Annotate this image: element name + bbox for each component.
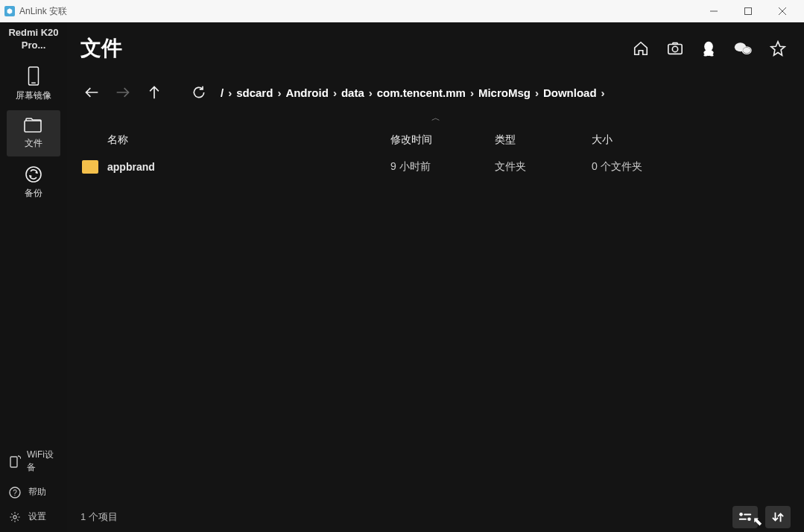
svg-point-25: [747, 517, 751, 521]
nav-forward-button[interactable]: [110, 80, 136, 105]
column-header-size[interactable]: 大小: [592, 133, 797, 147]
wechat-icon[interactable]: [734, 41, 752, 56]
chevron-right-icon: ›: [277, 86, 281, 99]
breadcrumb-item[interactable]: Android: [285, 86, 329, 99]
wifi-device-icon: [9, 455, 21, 468]
svg-point-22: [739, 513, 743, 516]
sidebar-item-files[interactable]: 文件: [7, 110, 60, 156]
sidebar-footer-label: WiFi设备: [27, 449, 58, 474]
transfer-button[interactable]: [765, 506, 791, 528]
svg-point-13: [672, 46, 677, 51]
sidebar-item-backup[interactable]: 备份: [7, 159, 60, 206]
chevron-right-icon: ›: [470, 86, 474, 99]
breadcrumb-item[interactable]: MicroMsg: [478, 86, 531, 99]
camera-icon[interactable]: [667, 41, 683, 56]
chevron-right-icon: ›: [369, 86, 373, 99]
svg-rect-1: [745, 8, 752, 15]
app-icon: ⬢: [4, 6, 15, 16]
sidebar-footer-label: 设置: [28, 510, 46, 523]
collapse-indicator-icon[interactable]: ︿: [67, 110, 804, 126]
svg-rect-4: [29, 67, 39, 85]
svg-point-16: [703, 54, 707, 57]
device-label: Redmi K20 Pro...: [0, 22, 67, 58]
column-header-modified[interactable]: 修改时间: [390, 133, 495, 147]
sidebar-help[interactable]: ? 帮助: [0, 480, 67, 504]
close-button[interactable]: [765, 0, 800, 22]
svg-rect-23: [744, 513, 751, 515]
sidebar-settings[interactable]: 设置: [0, 504, 67, 529]
chevron-right-icon: ›: [535, 86, 539, 99]
sidebar-wifi-devices[interactable]: WiFi设备: [0, 443, 67, 480]
row-modified: 9 小时前: [390, 160, 495, 174]
table-row[interactable]: appbrand 9 小时前 文件夹 0 个文件夹: [67, 154, 804, 180]
sync-icon: [25, 165, 42, 183]
svg-rect-6: [25, 121, 41, 132]
sidebar-item-mirror[interactable]: 屏幕镜像: [7, 61, 60, 107]
sidebar: Redmi K20 Pro... 屏幕镜像 文件 备份: [0, 22, 67, 532]
minimize-button[interactable]: [697, 0, 731, 22]
chevron-right-icon: ›: [601, 86, 605, 99]
nav-refresh-button[interactable]: [186, 80, 212, 105]
sidebar-item-label: 备份: [25, 187, 42, 200]
window-buttons: [697, 0, 800, 22]
chevron-right-icon: ›: [333, 86, 337, 99]
sidebar-footer-label: 帮助: [28, 486, 46, 498]
star-icon[interactable]: [770, 40, 786, 57]
breadcrumb-item[interactable]: sdcard: [236, 86, 273, 99]
column-header-type[interactable]: 类型: [495, 133, 592, 147]
maximize-button[interactable]: [731, 0, 765, 22]
app-title: AnLink 安联: [19, 5, 697, 18]
svg-point-11: [13, 515, 16, 518]
breadcrumb-root[interactable]: /: [221, 86, 224, 99]
home-icon[interactable]: [633, 40, 649, 57]
row-type: 文件夹: [495, 160, 592, 174]
svg-point-21: [743, 48, 750, 54]
nav-back-button[interactable]: [79, 80, 104, 105]
nav-up-button[interactable]: [142, 80, 167, 105]
svg-rect-8: [10, 457, 17, 467]
sidebar-item-label: 文件: [25, 137, 42, 150]
file-list: ︿ 名称 修改时间 类型 大小 appbrand 9 小时前 文件夹 0 个文件…: [67, 110, 804, 502]
breadcrumb-item[interactable]: com.tencent.mm: [377, 86, 466, 99]
svg-point-17: [710, 54, 714, 57]
phone-icon: [25, 66, 42, 86]
content-area: 文件: [67, 22, 804, 532]
breadcrumb-item[interactable]: Download: [543, 86, 597, 99]
row-size: 0 个文件夹: [592, 160, 797, 174]
svg-point-7: [26, 167, 41, 182]
row-name: appbrand: [107, 161, 390, 173]
navigation-bar: / › sdcard › Android › data › com.tencen…: [67, 75, 804, 110]
svg-text:?: ?: [13, 489, 17, 497]
page-title: 文件: [80, 34, 122, 63]
status-item-count: 1 个项目: [80, 510, 118, 524]
svg-rect-24: [739, 519, 747, 520]
help-icon: ?: [9, 487, 22, 498]
qq-icon[interactable]: [701, 40, 716, 57]
folder-icon: [82, 160, 98, 174]
view-toggle-button[interactable]: [732, 506, 758, 528]
gear-icon: [9, 511, 22, 523]
column-header-name[interactable]: 名称: [107, 133, 390, 147]
breadcrumb: / › sdcard › Android › data › com.tencen…: [221, 86, 605, 99]
files-icon: [24, 117, 43, 133]
chevron-right-icon: ›: [228, 86, 232, 99]
titlebar: ⬢ AnLink 安联: [0, 0, 804, 22]
breadcrumb-item[interactable]: data: [341, 86, 364, 99]
sidebar-item-label: 屏幕镜像: [16, 89, 51, 102]
